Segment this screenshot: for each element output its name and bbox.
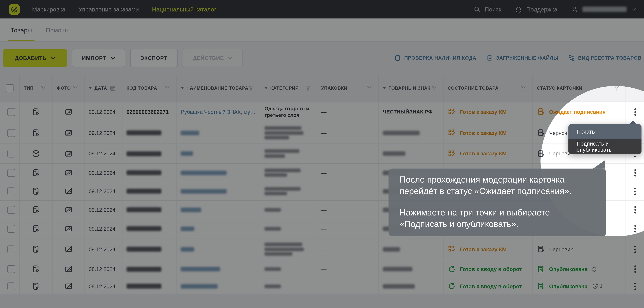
redacted-text [264,247,304,251]
redacted-text [264,192,287,195]
add-button-label: ДОБАВИТЬ [15,55,47,61]
add-button[interactable]: ДОБАВИТЬ [3,49,67,67]
calendar-icon[interactable] [110,85,116,91]
card-draft-icon [537,129,545,137]
kebab-menu-icon[interactable] [631,108,639,116]
column-header-label[interactable]: ТОВАРНЫЙ ЗНАК [388,85,430,90]
no-photo-icon [64,108,72,116]
column-header-label[interactable]: ТИП [24,85,34,90]
nav-item-orders[interactable]: Управление заказами [78,6,139,13]
no-photo-icon [64,129,72,137]
menu-item-sign-publish[interactable]: Подписать и опубликовать [568,139,642,154]
search-button[interactable]: Поиск [474,6,501,13]
filter-icon[interactable] [73,85,78,91]
row-checkbox[interactable] [8,129,15,137]
product-gear-icon [32,108,40,116]
header-cell: КАТЕГОРИЯ [260,75,317,102]
expand-versions[interactable] [592,266,596,272]
product-name-link[interactable]: Рубашка Честный ЗНАК, муж... [181,109,260,115]
packages-value: — [321,283,326,289]
packages-value: — [321,188,326,194]
row-checkbox[interactable] [8,245,15,253]
card-sign-icon [537,108,545,116]
header-cell: ТИП [20,75,53,102]
cell-code-wrap [122,144,176,163]
kebab-menu-icon[interactable] [631,265,639,273]
redacted-text [264,267,281,271]
import-button[interactable]: ИМПОРТ [72,49,125,67]
redacted-text [264,131,304,135]
registry-view-icon [568,55,575,61]
kebab-menu-icon[interactable] [631,205,639,214]
filter-icon[interactable] [248,85,254,91]
version-history[interactable]: 1 [592,283,603,289]
cell-date-wrap: 09.12.2024 [85,144,122,163]
tab-help[interactable]: Помощь [45,27,70,41]
row-checkbox[interactable] [8,282,15,290]
action-button[interactable]: ДЕЙСТВИЕ [182,49,243,67]
column-header-label[interactable]: УПАКОВКИ [321,85,347,90]
uploaded-files-link[interactable]: ЗАГРУЖЕННЫЕ ФАЙЛЫ [486,55,558,61]
filter-icon[interactable] [165,85,170,91]
filter-icon[interactable] [367,85,372,91]
kebab-menu-icon[interactable] [631,282,639,290]
column-header-label[interactable]: КОД ТОВАРА [126,85,157,90]
product-gear-icon [32,224,40,233]
filter-icon[interactable] [614,85,619,91]
no-photo-icon [64,169,72,177]
row-checkbox[interactable] [8,225,15,232]
header-cell: НАИМЕНОВАНИЕ ТОВАРА [176,75,260,102]
filter-icon[interactable] [521,85,526,91]
category-redacted [264,266,281,272]
nav-item-national-catalog[interactable]: Национальный каталог [152,6,216,13]
row-checkbox[interactable] [8,150,15,157]
row-checkbox[interactable] [8,206,15,214]
table-header: ТИПФОТОДАТАКОД ТОВАРАНАИМЕНОВАНИЕ ТОВАРА… [0,75,644,102]
kebab-menu-icon[interactable] [631,245,639,253]
row-checkbox[interactable] [8,108,15,116]
category-text: Одежда второго и третьего слоя [264,105,316,118]
column-header-label[interactable]: ДАТА [94,85,107,90]
column-header-label[interactable]: СОСТОЯНИЕ ТОВАРА [448,85,498,90]
registry-view-link[interactable]: ВИД РЕЕСТРА ТОВАРОВ [568,55,642,61]
filter-icon[interactable] [432,85,437,91]
kebab-menu-icon[interactable] [631,224,639,233]
cell-packages: — [317,122,379,144]
header-cell: ТОВАРНЫЙ ЗНАК [379,75,444,102]
header-cell [0,75,20,102]
column-header-label[interactable]: СТАТУС КАРТОЧКИ [537,85,582,90]
kebab-menu-icon[interactable] [631,169,639,177]
menu-item-print[interactable]: Печать [568,124,642,139]
support-button[interactable]: Поддержка [515,6,557,13]
nav-item-marking[interactable]: Маркировка [32,6,66,13]
logo-check-icon [11,6,18,13]
code-check-link[interactable]: ПРОВЕРКА НАЛИЧИЯ КОДА [394,55,476,61]
category-redacted [264,125,304,140]
user-name-redacted [582,7,627,12]
card-draft-icon [537,245,545,253]
packages-value: — [321,109,326,115]
chestny-znak-logo[interactable] [9,4,20,15]
select-all-checkbox[interactable] [6,84,14,92]
kebab-menu-icon[interactable] [631,187,639,195]
cell-category [260,164,317,182]
row-checkbox[interactable] [8,169,15,177]
column-header-label[interactable]: НАИМЕНОВАНИЕ ТОВАРА [186,85,248,90]
cell-photo [53,238,85,260]
filter-icon[interactable] [305,85,310,91]
row-checkbox[interactable] [8,265,15,273]
row-checkbox[interactable] [8,187,15,195]
cell-type [20,122,53,144]
table-row: 09.12.2024—Готов к заказу КМЧерновик [0,238,644,260]
filter-icon[interactable] [41,85,46,91]
table-row: 09.12.202402900003602271Рубашка Честный … [0,102,644,122]
column-header-label[interactable]: ФОТО [57,85,71,90]
cell-checkbox [0,102,20,122]
product-name-redacted [181,226,194,231]
user-menu[interactable] [571,6,636,13]
cell-photo [53,219,85,238]
export-button[interactable]: ЭКСПОРТ [130,49,178,67]
tab-products[interactable]: Товары [10,27,32,41]
column-header-label[interactable]: КАТЕГОРИЯ [270,85,299,90]
packages-value: — [321,150,326,157]
